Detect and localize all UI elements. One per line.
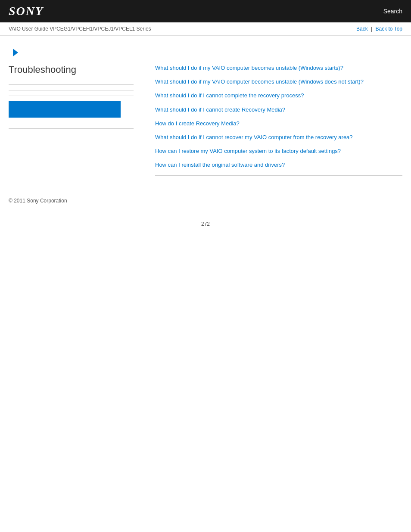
topic-link-4[interactable]: How do I create Recovery Media?	[155, 120, 402, 128]
search-button[interactable]: Search	[383, 8, 402, 15]
topic-link-3[interactable]: What should I do if I cannot create Reco…	[155, 106, 402, 114]
section-title: Troubleshooting	[9, 64, 134, 79]
expand-arrow-icon[interactable]	[13, 49, 18, 56]
nav-bar: VAIO User Guide VPCEG1/VPCEH1/VPCEJ1/VPC…	[0, 22, 411, 36]
sidebar: Troubleshooting	[9, 64, 142, 176]
topic-link-2[interactable]: What should I do if I cannot complete th…	[155, 92, 402, 100]
topic-link-6[interactable]: How can I restore my VAIO computer syste…	[155, 147, 402, 155]
header: SONY Search	[0, 0, 411, 22]
sidebar-divider-2	[9, 90, 134, 90]
sony-logo: SONY	[9, 4, 44, 18]
nav-links: Back | Back to Top	[356, 26, 402, 32]
topic-link-0[interactable]: What should I do if my VAIO computer bec…	[155, 64, 402, 72]
sidebar-highlight[interactable]	[9, 101, 121, 118]
footer: © 2011 Sony Corporation	[0, 184, 411, 212]
copyright-text: © 2011 Sony Corporation	[9, 198, 67, 204]
sidebar-divider-3	[9, 96, 134, 96]
sidebar-divider-4	[9, 123, 134, 123]
breadcrumb: VAIO User Guide VPCEG1/VPCEH1/VPCEJ1/VPC…	[9, 26, 151, 32]
main-content: Troubleshooting What should I do if my V…	[0, 36, 411, 184]
right-content: What should I do if my VAIO computer bec…	[142, 64, 402, 176]
content-divider	[155, 175, 402, 176]
topic-link-5[interactable]: What should I do if I cannot recover my …	[155, 134, 402, 141]
sidebar-divider-5	[9, 128, 134, 129]
two-col-layout: Troubleshooting What should I do if my V…	[9, 64, 402, 176]
sidebar-divider-1	[9, 84, 134, 85]
nav-separator: |	[371, 26, 372, 32]
page-number: 272	[0, 212, 411, 236]
topic-link-7[interactable]: How can I reinstall the original softwar…	[155, 161, 402, 169]
back-to-top-link[interactable]: Back to Top	[376, 26, 402, 32]
topics-list: What should I do if my VAIO computer bec…	[155, 64, 402, 169]
back-link[interactable]: Back	[356, 26, 368, 32]
topic-link-1[interactable]: What should I do if my VAIO computer bec…	[155, 78, 402, 86]
